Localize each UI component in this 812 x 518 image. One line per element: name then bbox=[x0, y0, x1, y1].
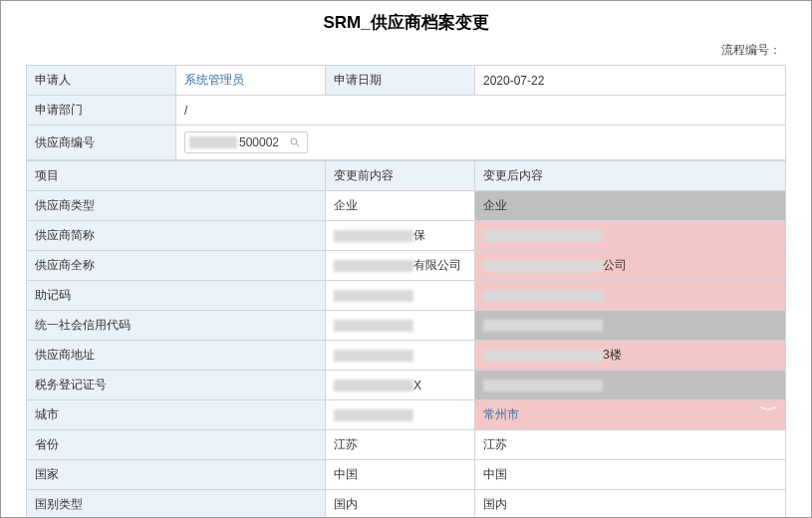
before-value: 保 bbox=[326, 221, 475, 251]
supplier-no-masked bbox=[189, 136, 237, 148]
svg-point-0 bbox=[291, 138, 297, 144]
table-row: 供应商地址3楼 bbox=[27, 341, 786, 371]
before-value bbox=[326, 281, 475, 311]
after-value[interactable]: 3楼 bbox=[475, 341, 786, 371]
after-value[interactable] bbox=[475, 221, 786, 251]
row-label: 供应商全称 bbox=[27, 251, 326, 281]
before-value: 国内 bbox=[326, 490, 475, 519]
table-row: 国家中国中国 bbox=[27, 460, 786, 490]
chevron-down-icon[interactable]: ︾ bbox=[759, 406, 783, 414]
row-label: 国别类型 bbox=[27, 490, 326, 519]
after-value: 企业 bbox=[475, 191, 786, 221]
supplier-no-cell: 500002 bbox=[176, 126, 786, 160]
before-value bbox=[326, 311, 475, 341]
change-table: 项目 变更前内容 变更后内容 供应商类型企业企业供应商简称保供应商全称有限公司公… bbox=[26, 160, 786, 518]
supplier-no-label: 供应商编号 bbox=[27, 126, 176, 160]
after-value: 江苏 bbox=[475, 430, 786, 460]
table-row: 助记码 bbox=[27, 281, 786, 311]
applicant-label: 申请人 bbox=[27, 66, 176, 96]
after-value[interactable] bbox=[475, 281, 786, 311]
table-row: 供应商类型企业企业 bbox=[27, 191, 786, 221]
supplier-no-search[interactable]: 500002 bbox=[184, 131, 308, 153]
apply-date-label: 申请日期 bbox=[326, 66, 475, 96]
search-icon[interactable] bbox=[289, 136, 301, 148]
top-info-table: 申请人 系统管理员 申请日期 2020-07-22 申请部门 / 供应商编号 5… bbox=[26, 65, 786, 160]
table-row: 城市常州市︾ bbox=[27, 400, 786, 430]
supplier-no-tail: 500002 bbox=[239, 135, 279, 149]
page-title: SRM_供应商档案变更 bbox=[1, 11, 811, 34]
col-after: 变更后内容 bbox=[475, 161, 786, 191]
before-value bbox=[326, 341, 475, 371]
table-row: 省份江苏江苏 bbox=[27, 430, 786, 460]
row-label: 供应商类型 bbox=[27, 191, 326, 221]
dept-label: 申请部门 bbox=[27, 96, 176, 126]
after-value: 中国 bbox=[475, 460, 786, 490]
row-label: 供应商简称 bbox=[27, 221, 326, 251]
city-link[interactable]: 常州市 bbox=[483, 407, 519, 421]
before-value: 江苏 bbox=[326, 430, 475, 460]
row-label: 国家 bbox=[27, 460, 326, 490]
row-label: 城市 bbox=[27, 400, 326, 430]
dept-value: / bbox=[176, 96, 786, 126]
before-value bbox=[326, 400, 475, 430]
col-before: 变更前内容 bbox=[326, 161, 475, 191]
row-label: 税务登记证号 bbox=[27, 371, 326, 400]
table-row: 国别类型国内国内 bbox=[27, 490, 786, 519]
table-row: 供应商全称有限公司公司 bbox=[27, 251, 786, 281]
before-value: X bbox=[326, 371, 475, 400]
after-value: 国内 bbox=[475, 490, 786, 519]
after-value bbox=[475, 311, 786, 341]
after-value bbox=[475, 371, 786, 400]
table-row: 供应商简称保 bbox=[27, 221, 786, 251]
before-value: 中国 bbox=[326, 460, 475, 490]
table-row: 税务登记证号X bbox=[27, 371, 786, 400]
after-value[interactable]: 常州市︾ bbox=[475, 400, 786, 430]
table-row: 统一社会信用代码 bbox=[27, 311, 786, 341]
applicant-value: 系统管理员 bbox=[176, 66, 326, 96]
row-label: 省份 bbox=[27, 430, 326, 460]
row-label: 统一社会信用代码 bbox=[27, 311, 326, 341]
row-label: 助记码 bbox=[27, 281, 326, 311]
row-label: 供应商地址 bbox=[27, 341, 326, 371]
after-value[interactable]: 公司 bbox=[475, 251, 786, 281]
before-value: 有限公司 bbox=[326, 251, 475, 281]
apply-date-value: 2020-07-22 bbox=[475, 66, 786, 96]
before-value: 企业 bbox=[326, 191, 475, 221]
svg-line-1 bbox=[297, 144, 300, 147]
col-item: 项目 bbox=[27, 161, 326, 191]
flow-number-label: 流程编号： bbox=[1, 40, 811, 65]
applicant-link[interactable]: 系统管理员 bbox=[184, 73, 244, 87]
